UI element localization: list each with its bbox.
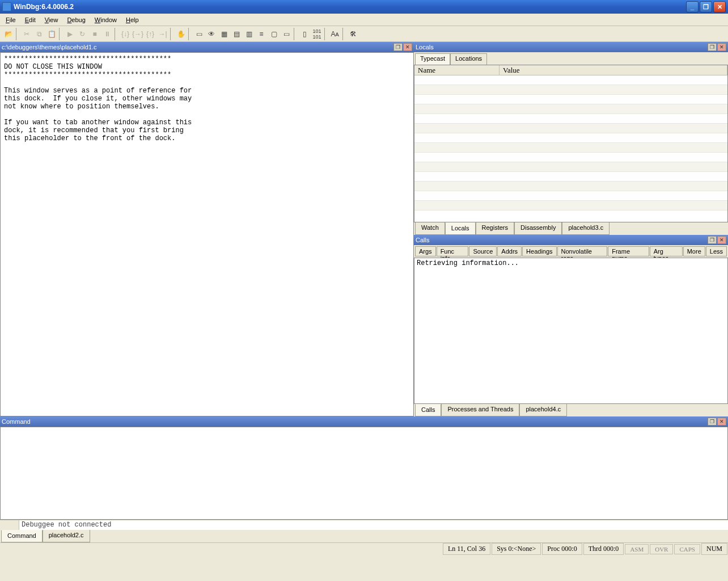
open-icon[interactable]: 📂 [2, 28, 15, 40]
calls-btn-argtypes[interactable]: Arg types [650, 246, 683, 256]
step-into-icon[interactable]: {↓} [119, 28, 132, 40]
col-name[interactable]: Name [414, 65, 500, 75]
calls-body[interactable]: Retrieving information... [414, 258, 728, 404]
source-mode-icon[interactable]: ▯ [298, 28, 311, 40]
pane-restore-icon[interactable]: ❐ [708, 236, 717, 244]
locals-grid-head: Name Value [414, 65, 727, 75]
registers-window-icon[interactable]: ▤ [230, 28, 243, 40]
command-pane: Command ❐ ✕ Debuggee not connected Comma… [0, 416, 728, 542]
paste-icon[interactable]: 📋 [45, 28, 58, 40]
locals-pane: Locals ❐ ✕ Typecast Locations Name Value [414, 42, 728, 235]
pane-restore-icon[interactable]: ❐ [708, 43, 717, 51]
calls-btn-funcinfo[interactable]: Func info [437, 246, 469, 256]
tab-locations[interactable]: Locations [450, 53, 487, 65]
pane-restore-icon[interactable]: ❐ [393, 43, 403, 51]
tab-locals[interactable]: Locals [445, 222, 476, 235]
status-thrd: Thrd 000:0 [583, 543, 624, 555]
options-icon[interactable]: 🛠 [347, 28, 359, 40]
calls-btn-nonvolatile[interactable]: Nonvolatile regs [557, 246, 608, 256]
go-icon[interactable]: ▶ [64, 28, 76, 40]
source-pane-title: c:\debuggers\themes\placehold1.c [2, 44, 393, 50]
locals-titlebar: Locals ❐ ✕ [414, 42, 728, 52]
locals-grid[interactable]: Name Value [414, 65, 728, 222]
font-icon[interactable]: Aᴀ [329, 28, 341, 40]
right-pane: Locals ❐ ✕ Typecast Locations Name Value [414, 42, 728, 416]
step-out-icon[interactable]: {↑} [144, 28, 156, 40]
source-pane: c:\debuggers\themes\placehold1.c ❐ ✕ ***… [0, 42, 414, 416]
command-title: Command [2, 418, 707, 425]
status-caps: CAPS [674, 544, 700, 554]
tab-calls[interactable]: Calls [415, 404, 441, 416]
calls-btn-headings[interactable]: Headings [522, 246, 556, 256]
tab-placehold4[interactable]: placehold4.c [519, 404, 567, 416]
binary-icon[interactable]: 101101 [311, 28, 323, 40]
pane-close-icon[interactable]: ✕ [403, 43, 412, 51]
calls-btn-source[interactable]: Source [469, 246, 497, 256]
command-output[interactable] [0, 427, 728, 520]
breakpoint-icon[interactable]: ✋ [175, 28, 187, 40]
command-window-icon[interactable]: ▭ [193, 28, 205, 40]
status-num: NUM [701, 543, 727, 555]
tab-placehold3[interactable]: placehold3.c [562, 222, 610, 235]
calls-bottom-tabs: Calls Processes and Threads placehold4.c [414, 404, 728, 416]
status-sys: Sys 0:<None> [492, 543, 541, 555]
pane-close-icon[interactable]: ✕ [717, 418, 726, 426]
break-icon[interactable]: ⏸ [101, 28, 113, 40]
stop-icon[interactable]: ■ [88, 28, 101, 40]
locals-window-icon[interactable]: ▦ [218, 28, 230, 40]
tab-typecast[interactable]: Typecast [415, 53, 450, 65]
calls-titlebar: Calls ❐ ✕ [414, 235, 728, 245]
tab-command[interactable]: Command [1, 530, 43, 542]
calls-btn-more[interactable]: More [683, 246, 705, 256]
close-button[interactable]: ✕ [713, 1, 726, 12]
workspace: c:\debuggers\themes\placehold1.c ❐ ✕ ***… [0, 42, 728, 416]
watch-window-icon[interactable]: 👁 [205, 28, 218, 40]
pane-close-icon[interactable]: ✕ [717, 236, 726, 244]
tab-disassembly[interactable]: Disassembly [514, 222, 562, 235]
locals-title: Locals [416, 44, 707, 50]
command-input[interactable]: Debuggee not connected [19, 520, 728, 530]
menu-file[interactable]: File [1, 15, 20, 24]
tab-processes-threads[interactable]: Processes and Threads [441, 404, 519, 416]
disasm-window-icon[interactable]: ▢ [268, 28, 280, 40]
calls-btn-less[interactable]: Less [706, 246, 727, 256]
locals-top-tabs: Typecast Locations [414, 52, 728, 65]
pane-restore-icon[interactable]: ❐ [708, 418, 717, 426]
menu-debug[interactable]: Debug [62, 15, 90, 24]
calls-btn-args[interactable]: Args [415, 246, 436, 256]
calls-btn-addrs[interactable]: Addrs [497, 246, 522, 256]
scratch-window-icon[interactable]: ▭ [280, 28, 293, 40]
status-ovr: OVR [650, 544, 673, 554]
tab-watch[interactable]: Watch [415, 222, 445, 235]
locals-bottom-tabs: Watch Locals Registers Disassembly place… [414, 222, 728, 235]
command-prompt-prefix [0, 520, 19, 530]
menubar: File Edit View Debug Window Help [0, 14, 728, 26]
minimize-button[interactable]: _ [686, 1, 699, 12]
menu-edit[interactable]: Edit [20, 15, 40, 24]
menu-window[interactable]: Window [90, 15, 121, 24]
calls-btn-framenums[interactable]: Frame nums [608, 246, 649, 256]
source-body[interactable]: ****************************************… [0, 52, 414, 416]
restart-icon[interactable]: ↻ [76, 28, 88, 40]
cut-icon[interactable]: ✂ [20, 28, 33, 40]
statusbar: Ln 11, Col 36 Sys 0:<None> Proc 000:0 Th… [0, 542, 728, 555]
status-proc: Proc 000:0 [542, 543, 582, 555]
menu-view[interactable]: View [40, 15, 63, 24]
command-input-row: Debuggee not connected [0, 520, 728, 530]
maximize-button[interactable]: ❐ [700, 1, 712, 12]
callstack-window-icon[interactable]: ≡ [255, 28, 268, 40]
app-icon [2, 2, 11, 11]
status-asm: ASM [625, 544, 649, 554]
copy-icon[interactable]: ⧉ [33, 28, 45, 40]
command-bottom-tabs: Command placehold2.c [0, 530, 728, 542]
tab-registers[interactable]: Registers [476, 222, 514, 235]
col-value[interactable]: Value [500, 65, 727, 75]
pane-close-icon[interactable]: ✕ [717, 43, 726, 51]
tab-placehold2[interactable]: placehold2.c [43, 530, 90, 542]
step-over-icon[interactable]: {→} [132, 28, 144, 40]
titlebar: WinDbg:6.4.0006.2 _ ❐ ✕ [0, 0, 728, 14]
memory-window-icon[interactable]: ▥ [243, 28, 255, 40]
run-to-cursor-icon[interactable]: →| [156, 28, 169, 40]
menu-help[interactable]: Help [121, 15, 143, 24]
calls-pane: Calls ❐ ✕ Args Func info Source Addrs He… [414, 235, 728, 416]
